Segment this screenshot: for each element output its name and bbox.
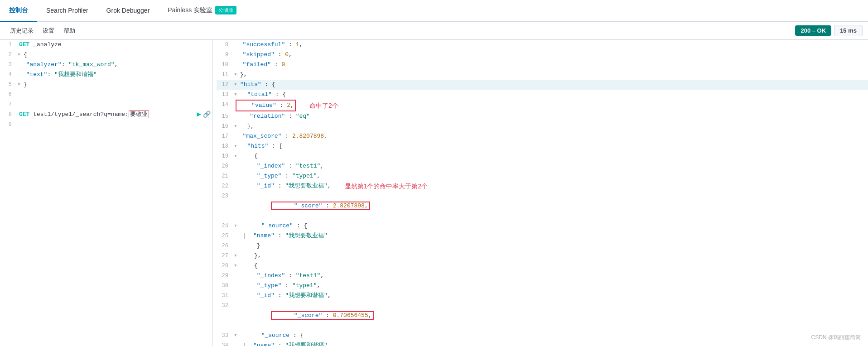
output-line-32: 32 "_score" : 0.70656455, — [217, 301, 868, 331]
output-line-28: 28 ▾ { — [217, 261, 868, 271]
watermark: CSDN @玛丽莲简简 — [811, 334, 861, 341]
output-line-26: 26 } — [217, 241, 868, 251]
editor-line-1: 1 GET _analyze — [0, 40, 212, 50]
editor-line-2: 2 ▾ { — [0, 50, 212, 60]
editor-line-3: 3 "analyzer": "ik_max_word", — [0, 60, 212, 70]
editor-line-7: 7 — [0, 100, 212, 110]
output-line-11: 11 ▾ }, — [217, 70, 868, 80]
nav-item-search-profiler[interactable]: Search Profiler — [37, 0, 97, 22]
editor-line-8: 8 GET test1/type1/_search?q=name:要敬业 ▶ 🔗 — [0, 110, 212, 120]
divider-handle[interactable]: ‖ — [213, 189, 214, 197]
run-button[interactable]: ▶ — [197, 110, 201, 120]
nav-item-grok-debugger[interactable]: Grok Debugger — [97, 0, 159, 22]
nav-settings[interactable]: 设置 — [38, 22, 59, 40]
output-line-33: 33 ▾ "_source : { — [217, 331, 868, 341]
search-input-inline[interactable]: 要敬业 — [129, 111, 149, 118]
output-line-21: 21 "_type" : "type1", — [217, 171, 868, 181]
annotation-hits: 命中了2个 — [309, 101, 338, 111]
output-line-15: 15 "relation" : "eq" — [217, 111, 868, 121]
top-navigation: 控制台 Search Profiler Grok Debugger Painle… — [0, 0, 868, 22]
beta-badge: 公测版 — [215, 6, 236, 14]
output-line-18: 18 ▾ "hits" : [ — [217, 141, 868, 151]
copy-button[interactable]: 🔗 — [203, 110, 211, 120]
output-line-10: 10 "failed" : 0 — [217, 60, 868, 70]
right-output-panel: ‖ 8 "successful" : 1, 9 "skipped" : 0, 1… — [213, 40, 868, 346]
main-layout: 1 GET _analyze 2 ▾ { 3 "analyzer": "ik_m… — [0, 40, 868, 346]
output-line-16: 16 ▾ }, — [217, 121, 868, 131]
output-editor: 8 "successful" : 1, 9 "skipped" : 0, 10 … — [213, 40, 868, 346]
output-line-24: 24 ▾ "_source" : { — [217, 221, 868, 231]
annotation-score: 显然第1个的命中率大于第2个 — [345, 181, 428, 191]
editor-line-6: 6 — [0, 90, 212, 100]
output-line-29: 29 "_index" : "test1", — [217, 271, 868, 281]
code-editor[interactable]: 1 GET _analyze 2 ▾ { 3 "analyzer": "ik_m… — [0, 40, 212, 130]
output-line-8: 8 "successful" : 1, — [217, 40, 868, 50]
output-line-30: 30 "_type" : "type1", — [217, 281, 868, 291]
status-area: 200 – OK 15 ms — [795, 25, 863, 36]
status-time-badge: 15 ms — [834, 25, 863, 36]
output-line-27: 27 ▾ }, — [217, 251, 868, 261]
output-line-34: 34 | "name" : "我想要和谐福" — [217, 341, 868, 346]
nav-help[interactable]: 帮助 — [59, 22, 80, 40]
nav-history[interactable]: 历史记录 — [5, 22, 38, 40]
output-line-23: 23 "_score" : 2.8207898, — [217, 191, 868, 221]
output-line-19: 19 ▾ { — [217, 151, 868, 161]
editor-line-9: 9 — [0, 120, 212, 130]
output-line-25: 25 | "name" : "我想要敬业福" — [217, 231, 868, 241]
nav-item-painless[interactable]: Painless 实验室 公测版 — [159, 0, 246, 22]
output-line-14: 14 "value" : 2, 命中了2个 — [217, 100, 868, 111]
status-ok-badge: 200 – OK — [795, 25, 831, 36]
output-line-13: 13 ▾ "total" : { — [217, 90, 868, 100]
output-line-9: 9 "skipped" : 0, — [217, 50, 868, 60]
output-line-12: 12 ▾ "hits" : { — [217, 80, 868, 90]
editor-line-4: 4 "text": "我想要和谐福" — [0, 70, 212, 80]
editor-line-5: 5 ▾ } — [0, 80, 212, 90]
output-line-31: 31 "_id" : "我想要和谐福", — [217, 291, 868, 301]
second-navigation: 历史记录 设置 帮助 200 – OK 15 ms — [0, 22, 868, 40]
output-line-22: 22 "_id" : "我想要敬业福", 显然第1个的命中率大于第2个 — [217, 181, 868, 191]
nav-item-console[interactable]: 控制台 — [0, 0, 37, 22]
output-line-17: 17 "max_score" : 2.8207898, — [217, 131, 868, 141]
output-line-20: 20 "_index" : "test1", — [217, 161, 868, 171]
left-editor-panel[interactable]: 1 GET _analyze 2 ▾ { 3 "analyzer": "ik_m… — [0, 40, 213, 346]
